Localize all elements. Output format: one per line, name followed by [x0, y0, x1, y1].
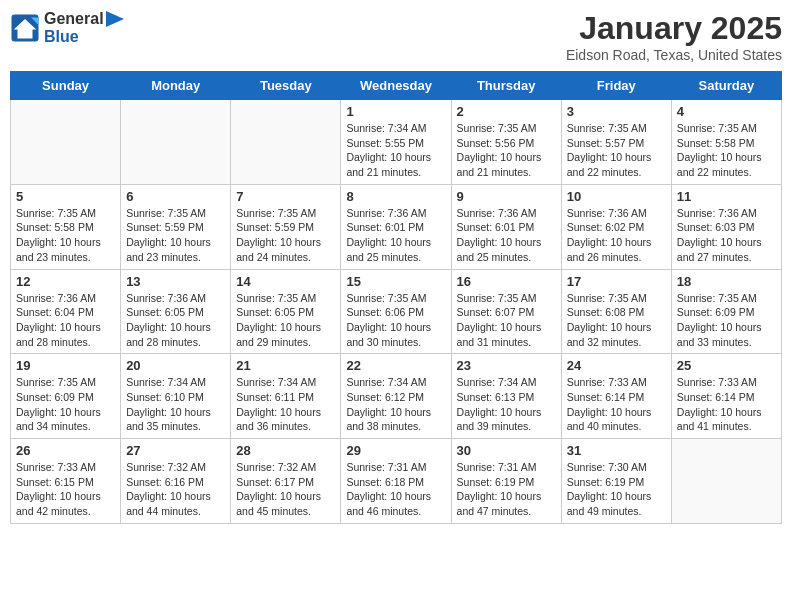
calendar-day-header: Friday: [561, 72, 671, 100]
day-number: 21: [236, 358, 335, 373]
day-info: Sunrise: 7:35 AMSunset: 5:59 PMDaylight:…: [236, 206, 335, 265]
logo-icon: [10, 13, 40, 43]
calendar-day-cell: 5Sunrise: 7:35 AMSunset: 5:58 PMDaylight…: [11, 184, 121, 269]
day-info: Sunrise: 7:31 AMSunset: 6:19 PMDaylight:…: [457, 460, 556, 519]
day-info: Sunrise: 7:36 AMSunset: 6:02 PMDaylight:…: [567, 206, 666, 265]
day-info: Sunrise: 7:35 AMSunset: 6:06 PMDaylight:…: [346, 291, 445, 350]
calendar-day-cell: 13Sunrise: 7:36 AMSunset: 6:05 PMDayligh…: [121, 269, 231, 354]
day-number: 5: [16, 189, 115, 204]
day-info: Sunrise: 7:32 AMSunset: 6:16 PMDaylight:…: [126, 460, 225, 519]
day-info: Sunrise: 7:36 AMSunset: 6:05 PMDaylight:…: [126, 291, 225, 350]
calendar-day-cell: [231, 100, 341, 185]
calendar-day-cell: 11Sunrise: 7:36 AMSunset: 6:03 PMDayligh…: [671, 184, 781, 269]
calendar-day-header: Saturday: [671, 72, 781, 100]
calendar-day-cell: 29Sunrise: 7:31 AMSunset: 6:18 PMDayligh…: [341, 439, 451, 524]
day-number: 28: [236, 443, 335, 458]
calendar-day-cell: [671, 439, 781, 524]
day-info: Sunrise: 7:35 AMSunset: 6:09 PMDaylight:…: [677, 291, 776, 350]
day-info: Sunrise: 7:33 AMSunset: 6:14 PMDaylight:…: [567, 375, 666, 434]
day-number: 24: [567, 358, 666, 373]
day-number: 20: [126, 358, 225, 373]
calendar-week-row: 5Sunrise: 7:35 AMSunset: 5:58 PMDaylight…: [11, 184, 782, 269]
day-number: 25: [677, 358, 776, 373]
day-info: Sunrise: 7:34 AMSunset: 6:12 PMDaylight:…: [346, 375, 445, 434]
calendar-day-cell: 12Sunrise: 7:36 AMSunset: 6:04 PMDayligh…: [11, 269, 121, 354]
day-info: Sunrise: 7:35 AMSunset: 5:59 PMDaylight:…: [126, 206, 225, 265]
calendar-week-row: 12Sunrise: 7:36 AMSunset: 6:04 PMDayligh…: [11, 269, 782, 354]
day-number: 16: [457, 274, 556, 289]
day-number: 2: [457, 104, 556, 119]
calendar-day-cell: 25Sunrise: 7:33 AMSunset: 6:14 PMDayligh…: [671, 354, 781, 439]
calendar-day-cell: [121, 100, 231, 185]
logo-text-blue: Blue: [44, 28, 126, 46]
month-title: January 2025: [566, 10, 782, 47]
day-number: 6: [126, 189, 225, 204]
calendar-day-cell: 28Sunrise: 7:32 AMSunset: 6:17 PMDayligh…: [231, 439, 341, 524]
day-info: Sunrise: 7:36 AMSunset: 6:01 PMDaylight:…: [457, 206, 556, 265]
calendar-day-cell: 24Sunrise: 7:33 AMSunset: 6:14 PMDayligh…: [561, 354, 671, 439]
calendar-week-row: 1Sunrise: 7:34 AMSunset: 5:55 PMDaylight…: [11, 100, 782, 185]
calendar-day-cell: 19Sunrise: 7:35 AMSunset: 6:09 PMDayligh…: [11, 354, 121, 439]
calendar-day-cell: 6Sunrise: 7:35 AMSunset: 5:59 PMDaylight…: [121, 184, 231, 269]
day-info: Sunrise: 7:36 AMSunset: 6:03 PMDaylight:…: [677, 206, 776, 265]
day-number: 10: [567, 189, 666, 204]
calendar-table: SundayMondayTuesdayWednesdayThursdayFrid…: [10, 71, 782, 524]
day-number: 27: [126, 443, 225, 458]
calendar-day-cell: 2Sunrise: 7:35 AMSunset: 5:56 PMDaylight…: [451, 100, 561, 185]
day-number: 13: [126, 274, 225, 289]
day-info: Sunrise: 7:35 AMSunset: 5:58 PMDaylight:…: [16, 206, 115, 265]
day-number: 9: [457, 189, 556, 204]
calendar-day-cell: 4Sunrise: 7:35 AMSunset: 5:58 PMDaylight…: [671, 100, 781, 185]
svg-marker-3: [106, 11, 124, 27]
day-number: 3: [567, 104, 666, 119]
day-info: Sunrise: 7:35 AMSunset: 6:05 PMDaylight:…: [236, 291, 335, 350]
calendar-day-cell: 31Sunrise: 7:30 AMSunset: 6:19 PMDayligh…: [561, 439, 671, 524]
calendar-day-cell: 7Sunrise: 7:35 AMSunset: 5:59 PMDaylight…: [231, 184, 341, 269]
day-info: Sunrise: 7:35 AMSunset: 6:09 PMDaylight:…: [16, 375, 115, 434]
logo-text-general: General: [44, 10, 104, 28]
calendar-day-header: Thursday: [451, 72, 561, 100]
calendar-day-cell: 8Sunrise: 7:36 AMSunset: 6:01 PMDaylight…: [341, 184, 451, 269]
day-number: 30: [457, 443, 556, 458]
calendar-day-cell: 17Sunrise: 7:35 AMSunset: 6:08 PMDayligh…: [561, 269, 671, 354]
calendar-day-cell: 22Sunrise: 7:34 AMSunset: 6:12 PMDayligh…: [341, 354, 451, 439]
day-number: 19: [16, 358, 115, 373]
calendar-day-cell: [11, 100, 121, 185]
day-info: Sunrise: 7:34 AMSunset: 5:55 PMDaylight:…: [346, 121, 445, 180]
calendar-day-cell: 26Sunrise: 7:33 AMSunset: 6:15 PMDayligh…: [11, 439, 121, 524]
day-info: Sunrise: 7:33 AMSunset: 6:14 PMDaylight:…: [677, 375, 776, 434]
calendar-header-row: SundayMondayTuesdayWednesdayThursdayFrid…: [11, 72, 782, 100]
calendar-week-row: 19Sunrise: 7:35 AMSunset: 6:09 PMDayligh…: [11, 354, 782, 439]
day-info: Sunrise: 7:35 AMSunset: 5:57 PMDaylight:…: [567, 121, 666, 180]
calendar-day-cell: 9Sunrise: 7:36 AMSunset: 6:01 PMDaylight…: [451, 184, 561, 269]
day-number: 22: [346, 358, 445, 373]
calendar-day-cell: 18Sunrise: 7:35 AMSunset: 6:09 PMDayligh…: [671, 269, 781, 354]
calendar-day-header: Monday: [121, 72, 231, 100]
calendar-day-cell: 23Sunrise: 7:34 AMSunset: 6:13 PMDayligh…: [451, 354, 561, 439]
calendar-day-header: Wednesday: [341, 72, 451, 100]
calendar-day-cell: 1Sunrise: 7:34 AMSunset: 5:55 PMDaylight…: [341, 100, 451, 185]
calendar-day-cell: 30Sunrise: 7:31 AMSunset: 6:19 PMDayligh…: [451, 439, 561, 524]
day-number: 11: [677, 189, 776, 204]
calendar-day-cell: 21Sunrise: 7:34 AMSunset: 6:11 PMDayligh…: [231, 354, 341, 439]
day-info: Sunrise: 7:35 AMSunset: 5:56 PMDaylight:…: [457, 121, 556, 180]
day-info: Sunrise: 7:35 AMSunset: 5:58 PMDaylight:…: [677, 121, 776, 180]
calendar-day-cell: 16Sunrise: 7:35 AMSunset: 6:07 PMDayligh…: [451, 269, 561, 354]
calendar-day-cell: 15Sunrise: 7:35 AMSunset: 6:06 PMDayligh…: [341, 269, 451, 354]
calendar-day-header: Sunday: [11, 72, 121, 100]
day-number: 31: [567, 443, 666, 458]
day-info: Sunrise: 7:34 AMSunset: 6:11 PMDaylight:…: [236, 375, 335, 434]
day-number: 29: [346, 443, 445, 458]
day-number: 14: [236, 274, 335, 289]
calendar-day-cell: 3Sunrise: 7:35 AMSunset: 5:57 PMDaylight…: [561, 100, 671, 185]
day-info: Sunrise: 7:35 AMSunset: 6:07 PMDaylight:…: [457, 291, 556, 350]
day-info: Sunrise: 7:35 AMSunset: 6:08 PMDaylight:…: [567, 291, 666, 350]
calendar-week-row: 26Sunrise: 7:33 AMSunset: 6:15 PMDayligh…: [11, 439, 782, 524]
day-number: 8: [346, 189, 445, 204]
day-info: Sunrise: 7:36 AMSunset: 6:01 PMDaylight:…: [346, 206, 445, 265]
calendar-day-cell: 27Sunrise: 7:32 AMSunset: 6:16 PMDayligh…: [121, 439, 231, 524]
day-number: 15: [346, 274, 445, 289]
title-section: January 2025 Eidson Road, Texas, United …: [566, 10, 782, 63]
calendar-day-cell: 10Sunrise: 7:36 AMSunset: 6:02 PMDayligh…: [561, 184, 671, 269]
day-number: 7: [236, 189, 335, 204]
